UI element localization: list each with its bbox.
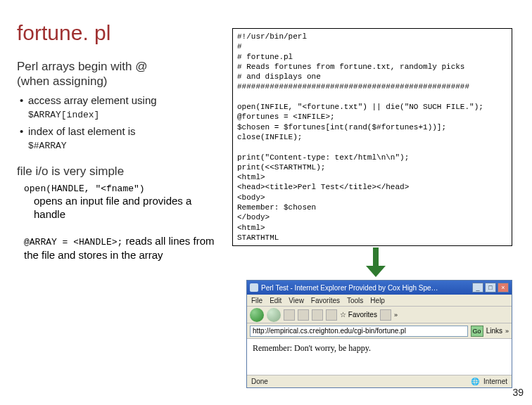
address-input[interactable] bbox=[250, 326, 468, 337]
bullet-access-text: access array element using bbox=[28, 94, 157, 106]
history-icon[interactable] bbox=[380, 309, 391, 321]
browser-title: Perl Test - Internet Explorer Provided b… bbox=[261, 284, 469, 292]
arrow-down-icon bbox=[366, 248, 386, 278]
browser-addressbar: Go Links » bbox=[247, 323, 512, 339]
home-icon[interactable] bbox=[312, 309, 323, 321]
menu-tools[interactable]: Tools bbox=[347, 297, 363, 304]
minimize-button[interactable]: _ bbox=[472, 283, 483, 292]
fileio-heading: file i/o is very simple bbox=[17, 164, 217, 179]
perl-source-code: #!/usr/bin/perl # # fortune.pl # Reads f… bbox=[232, 28, 512, 246]
toolbar-favorites[interactable]: ☆ Favorites bbox=[340, 311, 377, 319]
links-label[interactable]: Links bbox=[486, 327, 502, 335]
arrays-heading-line2: (when assigning) bbox=[17, 75, 108, 88]
links-overflow-icon[interactable]: » bbox=[505, 328, 509, 335]
refresh-icon[interactable] bbox=[298, 309, 309, 321]
search-icon[interactable] bbox=[326, 309, 337, 321]
browser-window: Perl Test - Internet Explorer Provided b… bbox=[246, 280, 512, 388]
status-done: Done bbox=[251, 378, 268, 385]
browser-statusbar: Done 🌐 Internet bbox=[247, 375, 512, 387]
forward-button[interactable] bbox=[267, 308, 281, 322]
read-block: @ARRAY = <HANDLE>; reads all lines from … bbox=[24, 234, 217, 262]
arrays-heading: Perl arrays begin with @ (when assigning… bbox=[17, 59, 217, 89]
browser-menubar: File Edit View Favorites Tools Help bbox=[247, 295, 512, 307]
page-number: 39 bbox=[512, 387, 524, 398]
browser-toolbar: ☆ Favorites » bbox=[247, 307, 512, 323]
menu-edit[interactable]: Edit bbox=[270, 297, 281, 304]
toolbar-overflow-icon[interactable]: » bbox=[394, 311, 398, 319]
menu-file[interactable]: File bbox=[251, 297, 262, 304]
bullet-index-code: $#ARRAY bbox=[28, 141, 67, 151]
bullet-access: access array element using $ARRAY[index] bbox=[20, 94, 217, 122]
menu-favorites[interactable]: Favorites bbox=[311, 297, 340, 304]
open-code: open(HANDLE, "<fname") bbox=[24, 184, 217, 194]
bullet-index-text: index of last element is bbox=[28, 125, 136, 137]
browser-content: Remember: Don't worry, be happy. bbox=[247, 339, 512, 374]
open-desc: opens an input file and provides a handl… bbox=[34, 194, 217, 221]
read-code: @ARRAY = <HANDLE>; bbox=[24, 237, 122, 248]
right-column: #!/usr/bin/perl # # fortune.pl # Reads f… bbox=[232, 28, 512, 246]
back-button[interactable] bbox=[250, 308, 264, 322]
browser-titlebar: Perl Test - Internet Explorer Provided b… bbox=[247, 281, 512, 295]
maximize-button[interactable]: □ bbox=[485, 283, 496, 292]
menu-help[interactable]: Help bbox=[370, 297, 385, 304]
arrays-heading-line1: Perl arrays begin with @ bbox=[17, 60, 147, 73]
ie-icon bbox=[250, 283, 258, 292]
left-column: Perl arrays begin with @ (when assigning… bbox=[17, 56, 217, 262]
menu-view[interactable]: View bbox=[289, 297, 304, 304]
bullet-access-code: $ARRAY[index] bbox=[28, 110, 99, 120]
globe-icon: 🌐 bbox=[471, 378, 479, 385]
status-zone: Internet bbox=[483, 378, 507, 385]
stop-icon[interactable] bbox=[284, 309, 295, 321]
bullet-index: index of last element is $#ARRAY bbox=[20, 124, 217, 153]
go-button[interactable]: Go bbox=[471, 326, 483, 337]
close-button[interactable]: × bbox=[498, 283, 509, 292]
